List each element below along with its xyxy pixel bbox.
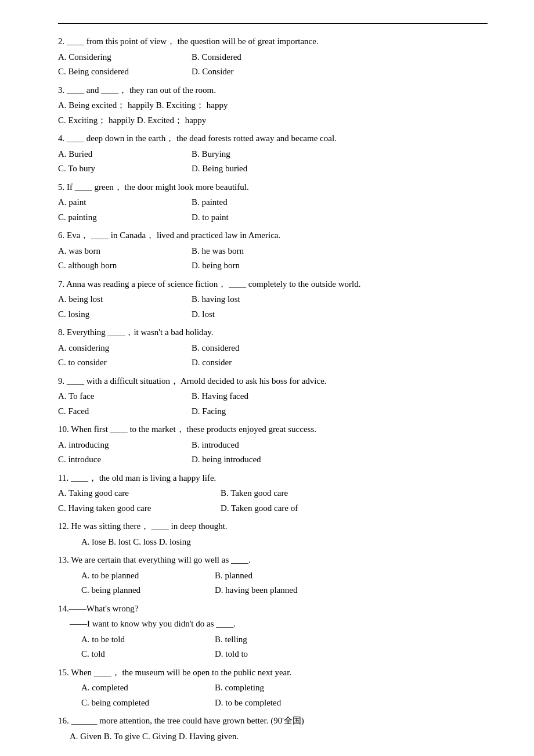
- option-q2: D. Consider: [192, 64, 488, 80]
- question-num-q14: 14.——What's wrong?: [58, 602, 488, 617]
- question-text-q6: 6. Eva， ____ in Canada， lived and practi…: [58, 228, 488, 243]
- question-text-q2: 2. ____ from this point of view， the que…: [58, 34, 488, 49]
- question-text-q13: 13. We are certain that everything will …: [58, 553, 488, 568]
- option-q9: D. Facing: [192, 404, 488, 419]
- q-num: 8.: [58, 327, 64, 337]
- option-q7: A. being lost: [58, 292, 192, 307]
- question-text-q16: 16. ______ more attention, the tree coul…: [58, 714, 488, 729]
- option-q9: B. Having faced: [192, 389, 488, 404]
- options-row-q12: A. lose B. lost C. loss D. losing: [58, 535, 488, 550]
- option-q6: D. being born: [192, 258, 488, 273]
- option-q9: C. Faced: [58, 404, 192, 419]
- option-q6: A. was born: [58, 244, 192, 259]
- question-block-q11: 11. ____， the old man is living a happy …: [58, 471, 488, 516]
- option-q11: A. Taking good care: [58, 486, 221, 501]
- option-q2: A. Considering: [58, 50, 192, 65]
- question-text-q8: 8. Everything ____，it wasn't a bad holid…: [58, 325, 488, 340]
- options-grid-q11: A. Taking good careB. Taken good careC. …: [58, 486, 488, 516]
- question-block-q5: 5. If ____ green， the door might look mo…: [58, 180, 488, 225]
- option-q13: A. to be planned: [81, 568, 215, 584]
- option-q10: A. introducing: [58, 438, 192, 453]
- question-text-q5: 5. If ____ green， the door might look mo…: [58, 180, 488, 195]
- option-q3: C. Exciting； happily D. Excited； happy: [58, 113, 488, 128]
- option-q5: D. to paint: [192, 210, 488, 225]
- question-block-q15: 15. When ____， the museum will be open t…: [58, 665, 488, 711]
- question-block-q2: 2. ____ from this point of view， the que…: [58, 34, 488, 80]
- question-block-q14: 14.——What's wrong?——I want to know why y…: [58, 602, 488, 662]
- q-num: 2.: [58, 37, 64, 46]
- option-q10: C. introduce: [58, 452, 192, 467]
- options-grid-q10: A. introducingB. introducedC. introduceD…: [58, 438, 488, 467]
- option-q11: B. Taken good care: [221, 486, 488, 501]
- option-q4: D. Being buried: [192, 161, 488, 177]
- option-q10: D. being introduced: [192, 452, 488, 467]
- option-q7: B. having lost: [192, 292, 488, 307]
- option-q14: B. telling: [215, 632, 488, 647]
- question-block-q6: 6. Eva， ____ in Canada， lived and practi…: [58, 228, 488, 273]
- options-grid-q15: A. completedB. completingC. being comple…: [58, 681, 488, 710]
- option-q4: C. To bury: [58, 161, 192, 177]
- q-num: 9.: [58, 376, 64, 386]
- option-q7: C. losing: [58, 307, 192, 322]
- option-q15: B. completing: [215, 681, 488, 696]
- top-divider: [58, 23, 488, 24]
- options-grid-q13: A. to be plannedB. plannedC. being plann…: [58, 568, 488, 598]
- q-num: 11.: [58, 473, 68, 483]
- option-q9: A. To face: [58, 389, 192, 404]
- q-num: 10.: [58, 424, 69, 434]
- option-q7: D. lost: [192, 307, 488, 322]
- question-text-q7: 7. Anna was reading a piece of science f…: [58, 277, 488, 292]
- question-text-q4: 4. ____ deep down in the earth， the dead…: [58, 131, 488, 146]
- question-block-q8: 8. Everything ____，it wasn't a bad holid…: [58, 325, 488, 370]
- q-num: 12.: [58, 521, 69, 531]
- question-text-q12: 12. He was sitting there， ____ in deep t…: [58, 519, 488, 534]
- options-grid-q5: A. paintB. paintedC. paintingD. to paint: [58, 195, 488, 225]
- question-block-q3: 3. ____ and ____， they ran out of the ro…: [58, 83, 488, 128]
- q-num: 5.: [58, 182, 64, 192]
- option-q14: A. to be told: [81, 632, 215, 647]
- options-grid-q14: A. to be toldB. tellingC. toldD. told to: [58, 632, 488, 662]
- options-grid-q4: A. BuriedB. BuryingC. To buryD. Being bu…: [58, 147, 488, 177]
- option-q5: B. painted: [192, 195, 488, 210]
- question-text2-q14: ——I want to know why you didn't do as __…: [58, 617, 488, 632]
- question-text-q15: 15. When ____， the museum will be open t…: [58, 665, 488, 681]
- question-text-q3: 3. ____ and ____， they ran out of the ro…: [58, 83, 488, 98]
- q-num: 13.: [58, 555, 69, 564]
- question-block-q7: 7. Anna was reading a piece of science f…: [58, 277, 488, 322]
- q-num: 15.: [58, 668, 69, 677]
- option-q11: C. Having taken good care: [58, 501, 221, 516]
- option-q4: B. Burying: [192, 147, 488, 162]
- option-q14: C. told: [81, 647, 215, 662]
- option-q13: D. having been planned: [215, 583, 488, 598]
- options-grid-q2: A. ConsideringB. ConsideredC. Being cons…: [58, 50, 488, 80]
- option-q13: B. planned: [215, 568, 488, 584]
- question-block-q4: 4. ____ deep down in the earth， the dead…: [58, 131, 488, 177]
- option-q6: B. he was born: [192, 244, 488, 259]
- options-row-q16: A. Given B. To give C. Giving D. Having …: [58, 729, 488, 744]
- option-q10: B. introduced: [192, 438, 488, 453]
- option-q6: C. although born: [58, 258, 192, 273]
- option-q4: A. Buried: [58, 147, 192, 162]
- q-num: 16.: [58, 716, 69, 725]
- question-block-q16: 16. ______ more attention, the tree coul…: [58, 714, 488, 744]
- option-q8: B. considered: [192, 341, 488, 356]
- option-q15: D. to be completed: [215, 696, 488, 711]
- option-q2: C. Being considered: [58, 64, 192, 80]
- options-grid-q8: A. consideringB. consideredC. to conside…: [58, 341, 488, 370]
- option-q2: B. Considered: [192, 50, 488, 65]
- q-num: 4.: [58, 134, 64, 143]
- question-block-q13: 13. We are certain that everything will …: [58, 553, 488, 598]
- option-q13: C. being planned: [81, 583, 215, 598]
- option-q8: C. to consider: [58, 355, 192, 370]
- q-num: 3.: [58, 85, 64, 95]
- option-q8: A. considering: [58, 341, 192, 356]
- question-text-q9: 9. ____ with a difficult situation， Arno…: [58, 374, 488, 389]
- option-q15: A. completed: [81, 681, 215, 696]
- q-num: 6.: [58, 231, 64, 240]
- question-text-q10: 10. When first ____ to the market， these…: [58, 422, 488, 437]
- option-q5: C. painting: [58, 210, 192, 225]
- question-text-q11: 11. ____， the old man is living a happy …: [58, 471, 488, 486]
- option-q14: D. told to: [215, 647, 488, 662]
- q-num: 7.: [58, 279, 64, 289]
- option-q3: A. Being excited； happily B. Exciting； h…: [58, 98, 488, 113]
